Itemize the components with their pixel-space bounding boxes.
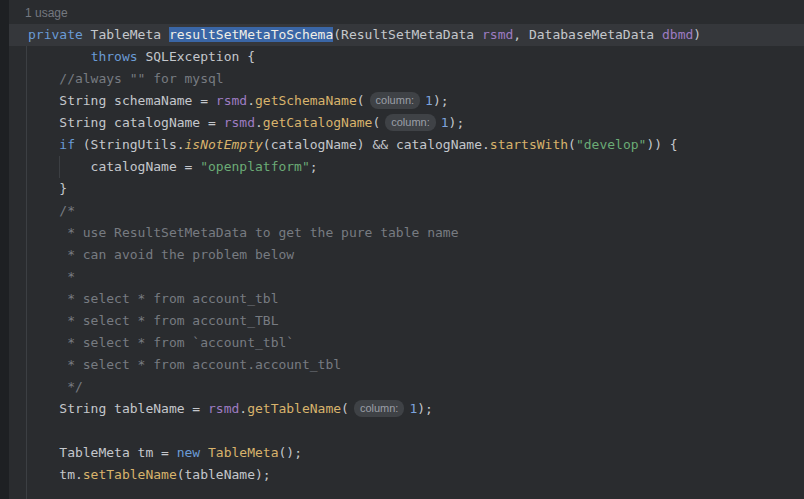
method-call-token: getTableName [247, 401, 341, 416]
string-literal-token: "develop" [576, 137, 646, 152]
code-token: SQLException { [138, 49, 255, 64]
code-line: String catalogName = rsmd.getCatalogName… [9, 112, 804, 134]
comment-token: * select * from account_TBL [28, 313, 278, 328]
code-line: * [9, 266, 804, 288]
code-line: //always "" for mysql [9, 68, 804, 90]
code-token: } [28, 181, 67, 196]
parameter-token: rsmd [224, 115, 255, 130]
code-token: ( [568, 137, 576, 152]
column-parameter-inlay-hint: column: [354, 400, 405, 417]
string-literal-token: "openplatform" [200, 159, 310, 174]
code-token: String catalogName = [28, 115, 224, 130]
code-line: * select * from account_tbl [9, 288, 804, 310]
method-call-token: getSchemaName [255, 93, 357, 108]
code-token: . [247, 93, 255, 108]
method-call-token: TableMeta [208, 445, 278, 460]
comment-token: * [28, 269, 75, 284]
comment-token: * use ResultSetMetaData to get the pure … [28, 225, 458, 240]
code-token: (catalogName) && catalogName. [263, 137, 490, 152]
code-token: , DatabaseMetaData [513, 27, 662, 42]
code-line: TableMeta tm = new TableMeta(); [9, 442, 804, 464]
code-line: /* [9, 200, 804, 222]
parameter-token: rsmd [208, 401, 239, 416]
code-token: . [239, 401, 247, 416]
code-token: (ResultSetMetaData [333, 27, 482, 42]
editor-gutter [0, 0, 9, 499]
code-line: catalogName = "openplatform"; [9, 156, 804, 178]
selected-method-name: resultSetMetaToSchema [169, 27, 333, 42]
code-line: String schemaName = rsmd.getSchemaName(c… [9, 90, 804, 112]
code-token: String schemaName = [28, 93, 216, 108]
comment-token: * can avoid the problem below [28, 247, 294, 262]
comment-token: * select * from `account_tbl` [28, 335, 294, 350]
number-literal-token: 1 [441, 115, 449, 130]
code-token: (StringUtils. [75, 137, 185, 152]
code-token: ( [357, 93, 365, 108]
usages-inlay-hint[interactable]: 1 usage [25, 6, 68, 20]
parameter-token: dbmd [662, 27, 693, 42]
keyword-token: if [28, 137, 75, 152]
code-token: ; [310, 159, 318, 174]
code-token [28, 49, 91, 64]
code-line: } [9, 178, 804, 200]
column-parameter-inlay-hint: column: [370, 92, 421, 109]
code-token: ) [693, 27, 701, 42]
code-token: String tableName = [28, 401, 208, 416]
parameter-token: rsmd [216, 93, 247, 108]
code-token: (); [278, 445, 301, 460]
code-token: ); [433, 93, 449, 108]
code-line: tm.setTableName(tableName); [9, 464, 804, 486]
code-lines: 1 usageprivate TableMeta resultSetMetaTo… [9, 2, 804, 486]
comment-token: * select * from account_tbl [28, 291, 278, 306]
number-literal-token: 1 [425, 93, 433, 108]
code-token [200, 445, 208, 460]
code-line [9, 420, 804, 442]
code-token: ); [449, 115, 465, 130]
comment-token: //always "" for mysql [28, 71, 224, 86]
comment-token: /* [28, 203, 75, 218]
code-line: * can avoid the problem below [9, 244, 804, 266]
code-line: * select * from account.account_tbl [9, 354, 804, 376]
comment-token: */ [28, 379, 83, 394]
code-line: if (StringUtils.isNotEmpty(catalogName) … [9, 134, 804, 156]
parameter-token: rsmd [482, 27, 513, 42]
method-call-token: startsWith [490, 137, 568, 152]
code-token: ( [372, 115, 380, 130]
comment-token: * select * from account.account_tbl [28, 357, 341, 372]
code-line: throws SQLException { [9, 46, 804, 68]
code-line: * use ResultSetMetaData to get the pure … [9, 222, 804, 244]
method-call-token: getCatalogName [263, 115, 373, 130]
code-editor[interactable]: 1 usageprivate TableMeta resultSetMetaTo… [0, 0, 804, 499]
code-token: catalogName = [28, 159, 200, 174]
code-line: * select * from `account_tbl` [9, 332, 804, 354]
code-line: 1 usage [9, 2, 804, 24]
code-token: . [255, 115, 263, 130]
code-token: (tableName); [177, 467, 271, 482]
code-token: TableMeta [83, 27, 169, 42]
code-line: * select * from account_TBL [9, 310, 804, 332]
code-line: String tableName = rsmd.getTableName(col… [9, 398, 804, 420]
code-token: ); [417, 401, 433, 416]
code-token: )) { [646, 137, 677, 152]
method-call-token: setTableName [83, 467, 177, 482]
code-line-caret: private TableMeta resultSetMetaToSchema(… [9, 24, 804, 46]
code-token: TableMeta tm = [28, 445, 177, 460]
keyword-token: private [28, 27, 83, 42]
keyword-token: new [177, 445, 200, 460]
static-method-call-token: isNotEmpty [185, 137, 263, 152]
code-token: ( [341, 401, 349, 416]
keyword-token: throws [91, 49, 138, 64]
code-line: */ [9, 376, 804, 398]
column-parameter-inlay-hint: column: [385, 114, 436, 131]
code-token: tm. [28, 467, 83, 482]
